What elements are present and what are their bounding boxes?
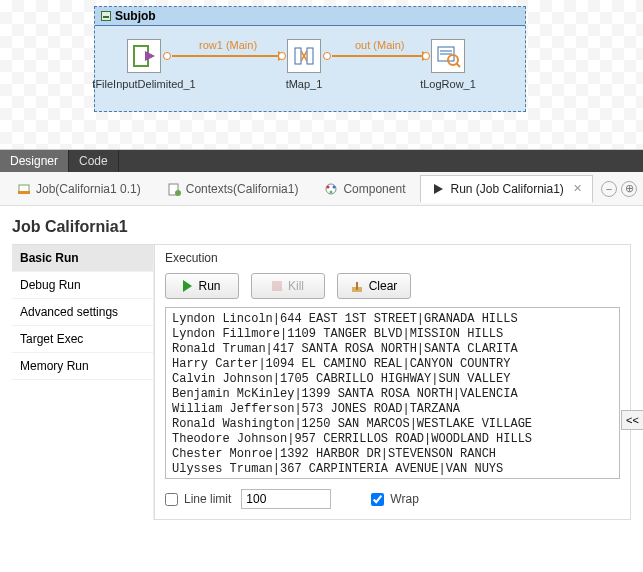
close-icon[interactable]: ✕	[573, 182, 582, 195]
console-line: Harry Carter|1094 EL CAMINO REAL|CANYON …	[172, 357, 613, 372]
broom-icon	[351, 280, 363, 292]
tab-label: Contexts(California1)	[186, 182, 299, 196]
output-port[interactable]	[163, 52, 171, 60]
wrap-checkbox[interactable]	[371, 493, 384, 506]
wrap-label: Wrap	[390, 492, 418, 506]
subjob-titlebar[interactable]: Subjob	[95, 7, 525, 26]
console-output[interactable]: Lyndon Lincoln|644 EAST 1ST STREET|GRANA…	[165, 307, 620, 479]
logrow-icon	[435, 43, 461, 69]
line-limit-checkbox[interactable]	[165, 493, 178, 506]
job-icon	[17, 182, 31, 196]
console-line: Ulysses Truman|367 CARPINTERIA AVENUE|VA…	[172, 462, 613, 477]
subjob-container[interactable]: Subjob tFileInputDelimited_1 row1 (Main)…	[94, 6, 526, 112]
minimize-button[interactable]: −	[601, 181, 617, 197]
subjob-title-label: Subjob	[115, 9, 156, 23]
tab-designer[interactable]: Designer	[0, 150, 69, 172]
run-panel: Job California1 Basic RunDebug RunAdvanc…	[0, 206, 643, 526]
run-button[interactable]: Run	[165, 273, 239, 299]
svg-point-16	[327, 185, 330, 188]
node-tlogrow[interactable]: tLogRow_1	[431, 39, 465, 73]
svg-point-14	[175, 190, 181, 196]
console-status-line: Job California1 ended at 11:42 17/07/201…	[172, 477, 613, 479]
file-input-icon	[131, 43, 157, 69]
play-icon	[183, 280, 192, 292]
page-title: Job California1	[12, 218, 631, 236]
button-label: Run	[198, 279, 220, 293]
execution-panel: Execution Run Kill Clear Lyndon Lincoln|…	[154, 245, 631, 520]
tab-run[interactable]: Run (Job California1) ✕	[420, 175, 592, 203]
console-line: Lyndon Lincoln|644 EAST 1ST STREET|GRANA…	[172, 312, 613, 327]
console-line: Ronald Truman|417 SANTA ROSA NORTH|SANTA…	[172, 342, 613, 357]
tab-component[interactable]: Component	[313, 175, 416, 203]
connection-row1[interactable]	[172, 55, 285, 57]
line-limit-row[interactable]: Line limit	[165, 492, 231, 506]
console-line: Theodore Johnson|957 CERRILLOS ROAD|WOOD…	[172, 432, 613, 447]
sidemenu-item[interactable]: Advanced settings	[12, 299, 153, 326]
line-limit-label: Line limit	[184, 492, 231, 506]
node-label: tMap_1	[286, 78, 323, 90]
svg-point-17	[333, 185, 336, 188]
clear-button[interactable]: Clear	[337, 273, 411, 299]
kill-button[interactable]: Kill	[251, 273, 325, 299]
sidemenu-item[interactable]: Memory Run	[12, 353, 153, 380]
svg-line-10	[456, 63, 460, 67]
svg-rect-2	[295, 48, 301, 64]
connection-out[interactable]	[332, 55, 429, 57]
svg-point-18	[330, 190, 333, 193]
button-label: Clear	[369, 279, 398, 293]
view-tabbar: Job(California1 0.1) Contexts(California…	[0, 172, 643, 206]
run-sidemenu: Basic RunDebug RunAdvanced settingsTarge…	[12, 245, 154, 520]
tab-label: Component	[343, 182, 405, 196]
input-port[interactable]	[422, 52, 430, 60]
connection-label: row1 (Main)	[199, 39, 257, 51]
design-canvas[interactable]: Subjob tFileInputDelimited_1 row1 (Main)…	[0, 0, 643, 150]
component-icon	[324, 182, 338, 196]
input-port[interactable]	[278, 52, 286, 60]
console-line: Lyndon Fillmore|1109 TANGER BLVD|MISSION…	[172, 327, 613, 342]
tab-job[interactable]: Job(California1 0.1)	[6, 175, 152, 203]
tab-contexts[interactable]: Contexts(California1)	[156, 175, 310, 203]
button-label: Kill	[288, 279, 304, 293]
line-limit-input[interactable]	[241, 489, 331, 509]
tab-label: Run (Job California1)	[450, 182, 563, 196]
execution-label: Execution	[165, 251, 620, 265]
svg-rect-12	[18, 191, 30, 194]
node-label: tLogRow_1	[420, 78, 476, 90]
tmap-icon	[291, 43, 317, 69]
sidemenu-item[interactable]: Basic Run	[12, 245, 153, 272]
expand-handle[interactable]: <<	[621, 410, 643, 430]
svg-marker-19	[434, 184, 443, 194]
node-tmap[interactable]: tMap_1	[287, 39, 321, 73]
svg-rect-3	[307, 48, 313, 64]
run-icon	[431, 182, 445, 196]
svg-marker-1	[145, 51, 155, 61]
wrap-row[interactable]: Wrap	[371, 492, 418, 506]
editor-tabbar: Designer Code	[0, 150, 643, 172]
output-port[interactable]	[323, 52, 331, 60]
maximize-button[interactable]: ⊕	[621, 181, 637, 197]
stop-icon	[272, 281, 282, 291]
console-line: William Jefferson|573 JONES ROAD|TARZANA	[172, 402, 613, 417]
console-line: Calvin Johnson|1705 CABRILLO HIGHWAY|SUN…	[172, 372, 613, 387]
node-label: tFileInputDelimited_1	[92, 78, 195, 90]
node-tfileinputdelimited[interactable]: tFileInputDelimited_1	[127, 39, 161, 73]
tab-label: Job(California1 0.1)	[36, 182, 141, 196]
tab-code[interactable]: Code	[69, 150, 119, 172]
console-line: Benjamin McKinley|1399 SANTA ROSA NORTH|…	[172, 387, 613, 402]
collapse-icon[interactable]	[101, 11, 111, 21]
console-line: Ronald Washington|1250 SAN MARCOS|WESTLA…	[172, 417, 613, 432]
sidemenu-item[interactable]: Debug Run	[12, 272, 153, 299]
console-line: Chester Monroe|1392 HARBOR DR|STEVENSON …	[172, 447, 613, 462]
connection-label: out (Main)	[355, 39, 405, 51]
contexts-icon	[167, 182, 181, 196]
sidemenu-item[interactable]: Target Exec	[12, 326, 153, 353]
